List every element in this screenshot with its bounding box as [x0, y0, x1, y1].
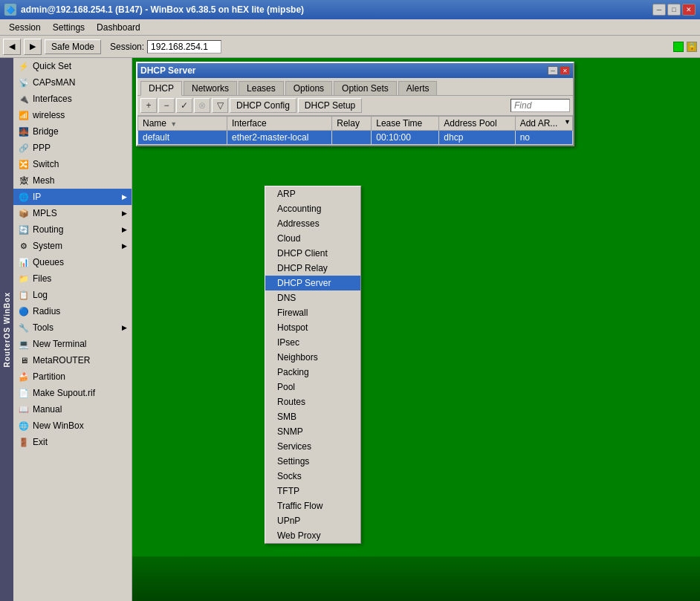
sidebar-item-mesh[interactable]: 🕸 Mesh — [13, 172, 132, 189]
sidebar-item-tools[interactable]: 🔧 Tools — [13, 319, 132, 336]
sidebar-item-files[interactable]: 📁 Files — [13, 270, 132, 287]
sidebar-label-ip: IP — [33, 192, 41, 202]
submenu-item-socks[interactable]: Socks — [265, 469, 360, 484]
sidebar-item-interfaces[interactable]: 🔌 Interfaces — [13, 91, 132, 107]
submenu-item-dhcp-relay[interactable]: DHCP Relay — [265, 261, 360, 276]
dhcp-minimize-button[interactable]: ─ — [548, 66, 558, 75]
col-interface[interactable]: Interface — [227, 117, 332, 131]
minimize-button[interactable]: ─ — [652, 4, 666, 16]
title-bar: 🔷 admin@192.168.254.1 (B147) - WinBox v6… — [0, 0, 700, 19]
dhcp-table: Name ▼ Interface Relay Lease Time Addres… — [137, 116, 573, 145]
col-address-pool[interactable]: Address Pool — [439, 117, 515, 131]
tab-leases[interactable]: Leases — [239, 81, 284, 95]
submenu-item-firewall[interactable]: Firewall — [265, 305, 360, 320]
sidebar-item-ppp[interactable]: 🔗 PPP — [13, 140, 132, 156]
menu-dashboard[interactable]: Dashboard — [91, 21, 146, 34]
dhcp-toolbar: + − ✓ ⊗ ▽ DHCP Config DHCP Setup — [137, 96, 573, 116]
edit-button[interactable]: ✓ — [176, 98, 192, 113]
tab-alerts[interactable]: Alerts — [398, 81, 438, 95]
filter-button[interactable]: ▽ — [212, 98, 228, 113]
remove-button[interactable]: − — [158, 98, 175, 113]
sidebar-item-metarouter[interactable]: 🖥 MetaROUTER — [13, 352, 132, 368]
radius-icon: 🔵 — [18, 305, 30, 317]
sidebar-item-routing[interactable]: 🔄 Routing — [13, 221, 132, 238]
submenu-item-dns[interactable]: DNS — [265, 290, 360, 305]
submenu-item-snmp[interactable]: SNMP — [265, 424, 360, 439]
sidebar-item-queues[interactable]: 📊 Queues — [13, 254, 132, 270]
col-lease-time[interactable]: Lease Time — [372, 117, 439, 131]
sidebar-item-ip[interactable]: 🌐 IP — [13, 189, 132, 205]
sidebar-item-capsman[interactable]: 📡 CAPsMAN — [13, 74, 132, 91]
sidebar-brand: RouterOS WinBox — [0, 58, 13, 601]
forward-button[interactable]: ▶ — [24, 39, 42, 55]
column-menu-button[interactable]: ▼ — [564, 118, 571, 126]
sidebar-content: ⚡ Quick Set 📡 CAPsMAN 🔌 Interfaces 📶 wir… — [13, 58, 132, 450]
session-label: Session: — [110, 42, 144, 52]
submenu-item-accounting[interactable]: Accounting — [265, 201, 360, 216]
submenu-item-dhcp-client[interactable]: DHCP Client — [265, 246, 360, 261]
submenu-item-pool[interactable]: Pool — [265, 380, 360, 394]
submenu-item-dhcp-server[interactable]: DHCP Server — [265, 276, 360, 290]
submenu-item-addresses[interactable]: Addresses — [265, 216, 360, 231]
back-button[interactable]: ◀ — [3, 39, 21, 55]
sidebar-item-bridge[interactable]: 🌉 Bridge — [13, 123, 132, 140]
sidebar-item-new-terminal[interactable]: 💻 New Terminal — [13, 336, 132, 352]
submenu-item-hotspot[interactable]: Hotspot — [265, 320, 360, 335]
submenu-item-ipsec[interactable]: IPsec — [265, 335, 360, 350]
sidebar-item-radius[interactable]: 🔵 Radius — [13, 303, 132, 319]
sidebar-item-log[interactable]: 📋 Log — [13, 287, 132, 303]
session-input[interactable] — [147, 40, 221, 53]
submenu-item-smb[interactable]: SMB — [265, 409, 360, 424]
submenu-item-packing[interactable]: Packing — [265, 365, 360, 380]
routing-icon: 🔄 — [18, 224, 30, 235]
sidebar-item-partition[interactable]: 🍰 Partition — [13, 368, 132, 385]
sidebar-item-mpls[interactable]: 📦 MPLS — [13, 205, 132, 221]
submenu-item-cloud[interactable]: Cloud — [265, 231, 360, 246]
submenu-item-routes[interactable]: Routes — [265, 394, 360, 409]
sidebar-item-wireless[interactable]: 📶 wireless — [13, 107, 132, 123]
tab-option-sets[interactable]: Option Sets — [334, 81, 397, 95]
submenu-item-upnp[interactable]: UPnP — [265, 513, 360, 528]
submenu-item-settings[interactable]: Settings — [265, 454, 360, 469]
dhcp-close-button[interactable]: ✕ — [560, 66, 570, 75]
search-input[interactable] — [511, 99, 570, 112]
col-relay[interactable]: Relay — [332, 117, 372, 131]
sidebar-item-manual[interactable]: 📖 Manual — [13, 401, 132, 418]
sidebar-item-make-supout[interactable]: 📄 Make Supout.rif — [13, 385, 132, 401]
safe-mode-button[interactable]: Safe Mode — [45, 39, 101, 54]
submenu-item-neighbors[interactable]: Neighbors — [265, 350, 360, 365]
col-name[interactable]: Name ▼ — [138, 117, 227, 131]
queues-icon: 📊 — [18, 256, 30, 268]
submenu-item-traffic-flow[interactable]: Traffic Flow — [265, 498, 360, 513]
sidebar-label-quick-set: Quick Set — [33, 61, 71, 71]
dhcp-setup-button[interactable]: DHCP Setup — [298, 98, 362, 113]
tab-dhcp[interactable]: DHCP — [140, 81, 182, 96]
tab-options[interactable]: Options — [285, 81, 332, 95]
sidebar-label-interfaces: Interfaces — [33, 94, 72, 104]
close-button[interactable]: ✕ — [682, 4, 696, 16]
menu-bar: Session Settings Dashboard — [0, 19, 700, 36]
sidebar-item-system[interactable]: ⚙ System — [13, 238, 132, 254]
submenu-item-services[interactable]: Services — [265, 439, 360, 454]
tab-networks[interactable]: Networks — [184, 81, 237, 95]
sidebar-item-quick-set[interactable]: ⚡ Quick Set — [13, 58, 132, 74]
new-winbox-icon: 🌐 — [18, 420, 30, 432]
ip-submenu: ARP Accounting Addresses Cloud DHCP Clie… — [265, 186, 361, 544]
dhcp-config-button[interactable]: DHCP Config — [230, 98, 296, 113]
sidebar-item-switch[interactable]: 🔀 Switch — [13, 156, 132, 172]
add-button[interactable]: + — [140, 98, 157, 113]
col-add-ar[interactable]: Add AR... ▼ — [515, 117, 572, 131]
submenu-item-arp[interactable]: ARP — [265, 186, 360, 201]
submenu-item-web-proxy[interactable]: Web Proxy — [265, 528, 360, 543]
table-row[interactable]: default ether2-master-local 00:10:00 dhc… — [138, 131, 573, 145]
sidebar-label-mpls: MPLS — [33, 208, 57, 218]
maximize-button[interactable]: □ — [667, 4, 681, 16]
menu-session[interactable]: Session — [3, 21, 47, 34]
sidebar: RouterOS WinBox ⚡ Quick Set 📡 CAPsMAN 🔌 … — [0, 58, 132, 601]
ppp-icon: 🔗 — [18, 142, 30, 154]
sidebar-item-exit[interactable]: 🚪 Exit — [13, 434, 132, 450]
submenu-item-tftp[interactable]: TFTP — [265, 484, 360, 498]
menu-settings[interactable]: Settings — [47, 21, 91, 34]
copy-button[interactable]: ⊗ — [194, 98, 210, 113]
sidebar-item-new-winbox[interactable]: 🌐 New WinBox — [13, 418, 132, 434]
